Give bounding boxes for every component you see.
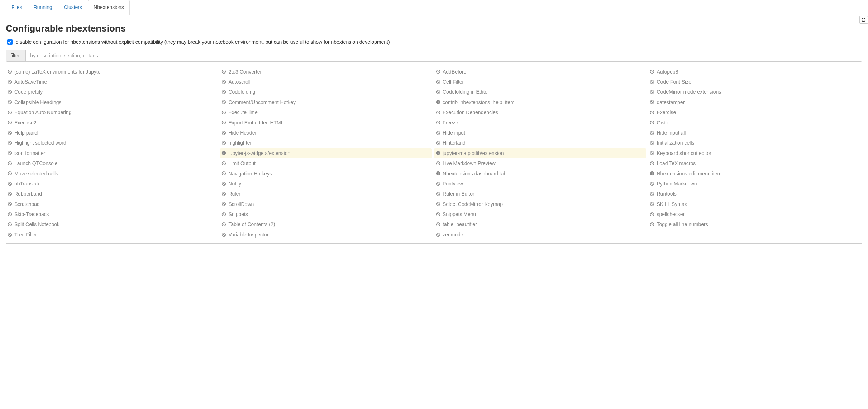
extension-item[interactable]: (some) LaTeX environments for Jupyter (6, 67, 218, 77)
extension-item[interactable]: Freeze (434, 118, 646, 128)
extension-item[interactable]: Skip-Traceback (6, 209, 218, 219)
extension-item[interactable]: Exercise (648, 107, 860, 117)
filter-input[interactable] (26, 50, 862, 61)
extension-item[interactable]: Printview (434, 179, 646, 189)
extension-item[interactable]: highlighter (220, 138, 432, 148)
extension-item[interactable]: spellchecker (648, 209, 860, 219)
svg-line-115 (651, 111, 653, 114)
extension-item[interactable]: Live Markdown Preview (434, 158, 646, 168)
extension-item[interactable]: Ruler (220, 189, 432, 199)
compat-label: disable configuration for nbextensions w… (16, 39, 390, 45)
extension-item[interactable]: CodeMirror mode extensions (648, 87, 860, 97)
svg-line-5 (9, 91, 11, 93)
svg-line-74 (437, 91, 439, 93)
extension-item[interactable]: SKILL Syntax (648, 199, 860, 209)
info-icon (221, 151, 226, 156)
extension-item[interactable]: Export Embedded HTML (220, 118, 432, 128)
extension-label: highlighter (229, 139, 252, 147)
extension-item[interactable]: Load TeX macros (648, 158, 860, 168)
extension-item[interactable]: Python Markdown (648, 179, 860, 189)
extension-item[interactable]: Codefolding in Editor (434, 87, 646, 97)
extension-item[interactable]: jupyter-matplotlib/extension (434, 148, 646, 158)
ban-icon (7, 181, 12, 186)
tab-files[interactable]: Files (6, 0, 28, 15)
extension-item[interactable]: datestamper (648, 97, 860, 107)
extension-label: Gist-it (657, 119, 670, 127)
extension-item[interactable]: nbTranslate (6, 179, 218, 189)
ban-icon (435, 222, 440, 227)
extension-item[interactable]: Code Font Size (648, 77, 860, 87)
extension-item[interactable]: Nbextensions dashboard tab (434, 169, 646, 179)
extension-item[interactable]: Initialization cells (648, 138, 860, 148)
extension-item[interactable]: Toggle all line numbers (648, 219, 860, 229)
extension-item[interactable]: Hide input (434, 128, 646, 138)
extension-item[interactable]: Move selected cells (6, 169, 218, 179)
ban-icon (650, 141, 655, 146)
svg-line-113 (651, 101, 653, 104)
tab-nbextensions[interactable]: Nbextensions (88, 0, 130, 15)
extension-item[interactable]: Snippets (220, 209, 432, 219)
refresh-button[interactable] (859, 16, 868, 24)
extension-item[interactable]: Codefolding (220, 87, 432, 97)
extension-item[interactable]: Split Cells Notebook (6, 219, 218, 229)
extension-item[interactable]: contrib_nbextensions_help_item (434, 97, 646, 107)
extension-item[interactable]: Navigation-Hotkeys (220, 169, 432, 179)
extension-item[interactable]: jupyter-js-widgets/extension (220, 148, 432, 158)
extension-item[interactable]: Autopep8 (648, 67, 860, 77)
extension-label: Hide input all (657, 129, 686, 137)
extension-item[interactable]: Launch QTConsole (6, 158, 218, 168)
svg-line-15 (9, 142, 11, 144)
extension-item[interactable]: Table of Contents (2) (220, 219, 432, 229)
extension-item[interactable]: Highlight selected word (6, 138, 218, 148)
svg-line-58 (223, 183, 225, 185)
extension-item[interactable]: Comment/Uncomment Hotkey (220, 97, 432, 107)
extension-item[interactable]: Exercise2 (6, 118, 218, 128)
extension-item[interactable]: Keyboard shortcut editor (648, 148, 860, 158)
extension-item[interactable]: isort formatter (6, 148, 218, 158)
extension-item[interactable]: Ruler in Editor (434, 189, 646, 199)
svg-line-54 (223, 162, 225, 165)
ban-icon (435, 191, 440, 196)
extension-item[interactable]: Select CodeMirror Keymap (434, 199, 646, 209)
tab-running[interactable]: Running (28, 0, 58, 15)
extension-item[interactable]: Autoscroll (220, 77, 432, 87)
extension-item[interactable]: AutoSaveTime (6, 77, 218, 87)
svg-rect-51 (224, 153, 224, 154)
extension-item[interactable]: Collapsible Headings (6, 97, 218, 107)
compat-checkbox[interactable] (7, 39, 13, 45)
compat-row[interactable]: disable configuration for nbextensions w… (6, 38, 862, 46)
extension-item[interactable]: Limit Output (220, 158, 432, 168)
extension-item[interactable]: Rubberband (6, 189, 218, 199)
extension-item[interactable]: Execution Dependencies (434, 107, 646, 117)
extension-item[interactable]: zenmode (434, 230, 646, 240)
extension-item[interactable]: AddBefore (434, 67, 646, 77)
extension-item[interactable]: Notify (220, 179, 432, 189)
svg-rect-127 (652, 173, 653, 175)
ban-icon (7, 90, 12, 95)
extension-item[interactable]: table_beautifier (434, 219, 646, 229)
ban-icon (221, 100, 226, 105)
extension-item[interactable]: Snippets Menu (434, 209, 646, 219)
extension-item[interactable]: Variable Inspector (220, 230, 432, 240)
extension-item[interactable]: 2to3 Converter (220, 67, 432, 77)
extension-item[interactable]: Hinterland (434, 138, 646, 148)
ban-icon (7, 202, 12, 207)
extension-item[interactable]: Code prettify (6, 87, 218, 97)
extension-item[interactable]: Help panel (6, 128, 218, 138)
extension-item[interactable]: Runtools (648, 189, 860, 199)
ban-icon (7, 141, 12, 146)
extension-item[interactable]: Equation Auto Numbering (6, 107, 218, 117)
extension-item[interactable]: Cell Filter (434, 77, 646, 87)
extension-item[interactable]: Hide input all (648, 128, 860, 138)
extension-item[interactable]: Tree Filter (6, 230, 218, 240)
extension-item[interactable]: Nbextensions edit menu item (648, 169, 860, 179)
ban-icon (650, 110, 655, 115)
svg-line-64 (223, 213, 225, 216)
extension-item[interactable]: Gist-it (648, 118, 860, 128)
extension-item[interactable]: ExecuteTime (220, 107, 432, 117)
extension-item[interactable]: Scratchpad (6, 199, 218, 209)
tab-clusters[interactable]: Clusters (58, 0, 88, 15)
svg-line-103 (437, 223, 439, 226)
extension-item[interactable]: Hide Header (220, 128, 432, 138)
extension-item[interactable]: ScrollDown (220, 199, 432, 209)
